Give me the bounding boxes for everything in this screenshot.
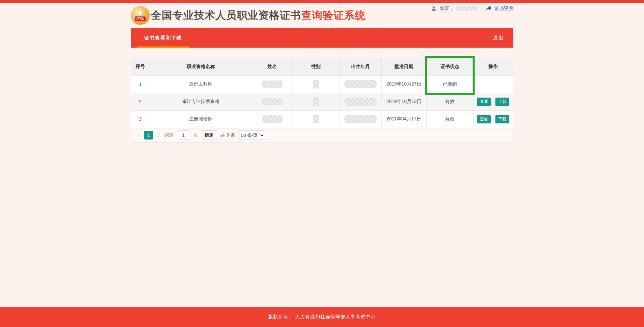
cell-qualification: 造价工程师 [150,75,252,93]
cell-actions: 查看下载 [473,110,513,128]
page-title-main: 全国专业技术人员职业资格证书 [151,9,301,21]
cell-index: 3 [131,110,150,128]
table-row: 2 审计专业技术资格 2019年10月13日 有效 查看下载 [131,93,513,110]
download-button[interactable]: 下载 [495,98,509,106]
redacted-username [456,6,478,11]
redacted-name [262,98,282,105]
certificate-table-panel: 序号 职业资格名称 姓名 性别 出生年月 批准日期 证书状态 操作 1 造价工程… [131,58,513,143]
cell-qualification: 审计专业技术资格 [150,93,252,110]
cell-name [252,93,292,110]
chevron-right-icon[interactable]: › [156,132,161,138]
redacted-birth [344,115,377,123]
total-count-label: 共 3 条 [220,132,235,138]
site-header: ♦ PTA 全国专业技术人员职业资格证书查询验证系统 您好， | 证书查验 [131,3,513,28]
confirm-button[interactable]: 确定 [201,130,217,140]
col-header-name: 姓名 [252,58,292,75]
copyright-text: 版权所有： 人力资源和社会保障部人事考试中心 [268,314,376,320]
table-row: 3 注册测绘师 2011年04月17日 有效 查看下载 [131,110,513,128]
tab-view-and-download[interactable]: 证书查看和下载 [137,28,189,48]
redacted-birth [344,80,377,88]
cell-approval-date: 2019年10月27日 [381,75,426,93]
redacted-name [262,80,282,88]
cell-gender [292,93,339,110]
goto-page-input[interactable] [177,130,190,140]
view-button[interactable]: 查看 [477,98,491,106]
cell-status: 有效 [426,110,473,128]
cell-approval-date: 2019年10月13日 [381,93,426,110]
cell-gender [292,110,339,128]
page-title-accent: 查询验证系统 [301,9,366,21]
certificate-table: 序号 职业资格名称 姓名 性别 出生年月 批准日期 证书状态 操作 1 造价工程… [131,58,513,128]
user-icon [431,6,437,11]
cell-birth [339,110,381,128]
page-size-select[interactable]: 50 条/页 [238,130,265,140]
col-header-qualification: 职业资格名称 [150,58,252,75]
pagination-bar: ‹ 1 › 到第 页 确定 共 3 条 50 条/页 [131,128,513,142]
redacted-gender [313,80,319,89]
cell-birth [339,75,381,93]
page-unit-label: 页 [193,132,198,138]
cell-index: 2 [131,93,150,110]
table-header-row: 序号 职业资格名称 姓名 性别 出生年月 批准日期 证书状态 操作 [131,58,513,75]
redacted-gender [313,97,319,106]
cell-qualification: 注册测绘师 [150,110,252,128]
col-header-gender: 性别 [292,58,339,75]
greeting-text: 您好， [440,5,454,11]
col-header-actions: 操作 [473,58,513,75]
pta-logo: ♦ PTA [131,6,150,25]
cell-status: 有效 [426,93,473,110]
pta-logo-label: PTA [135,16,146,22]
cell-gender [292,75,339,93]
cell-approval-date: 2011年04月17日 [381,110,426,128]
redacted-gender [313,115,319,123]
user-links: 您好， | 证书查验 [431,5,513,11]
view-button[interactable]: 查看 [477,115,491,123]
page-title: 全国专业技术人员职业资格证书查询验证系统 [151,8,366,22]
certificate-verify-link[interactable]: 证书查验 [494,5,513,11]
col-header-approval-date: 批准日期 [381,58,426,75]
divider: | [481,6,483,11]
download-button[interactable]: 下载 [495,115,509,123]
cell-status: 已撤销 [426,75,473,93]
top-accent-bar [0,0,644,3]
current-page-button[interactable]: 1 [144,131,153,140]
col-header-index: 序号 [131,58,150,75]
footer-bar: 版权所有： 人力资源和社会保障部人事考试中心 [0,307,644,327]
redacted-birth [344,98,377,106]
col-header-birth: 出生年月 [339,58,381,75]
cell-actions: 查看下载 [473,93,513,110]
cell-name [252,110,292,128]
redacted-name [262,115,282,123]
cell-actions [473,75,513,93]
goto-label: 到第 [164,132,174,138]
main-nav: 证书查看和下载 退出 [131,28,513,48]
cell-name [252,75,292,93]
logout-button[interactable]: 退出 [493,35,513,41]
col-header-status: 证书状态 [426,58,473,75]
chevron-left-icon[interactable]: ‹ [136,132,141,138]
cell-birth [339,93,381,110]
cell-index: 1 [131,75,150,93]
table-row: 1 造价工程师 2019年10月27日 已撤销 [131,75,513,93]
forward-arrow-icon [486,6,492,11]
